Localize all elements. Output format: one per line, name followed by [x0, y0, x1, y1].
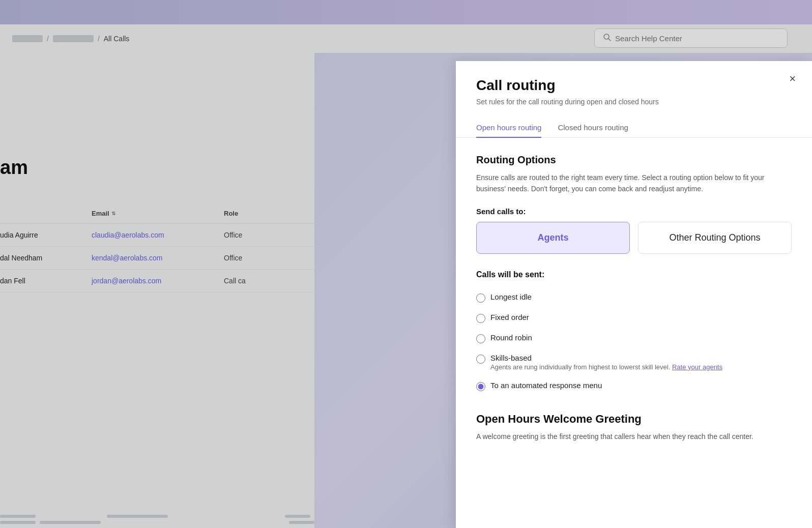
- modal-header: × Call routing Set rules for the call ro…: [456, 61, 812, 106]
- routing-options-desc: Ensure calls are routed to the right tea…: [476, 172, 792, 195]
- modal-title: Call routing: [476, 77, 792, 94]
- route-btn-agents[interactable]: Agents: [476, 222, 630, 254]
- radio-item-skills-based: Skills-based Agents are rung individuall…: [476, 348, 792, 376]
- radio-item-longest-idle: Longest idle: [476, 287, 792, 308]
- route-buttons: Agents Other Routing Options: [476, 222, 792, 254]
- tabs-row: Open hours routing Closed hours routing: [456, 118, 812, 138]
- modal-close-button[interactable]: ×: [789, 73, 796, 84]
- routing-options-section: Routing Options Ensure calls are routed …: [476, 154, 792, 254]
- radio-item-fixed-order: Fixed order: [476, 308, 792, 328]
- greeting-desc: A welcome greeting is the first greeting…: [476, 431, 792, 442]
- radio-skills-based[interactable]: [476, 355, 485, 364]
- radio-label-fixed-order: Fixed order: [490, 313, 529, 321]
- radio-label-longest-idle: Longest idle: [490, 292, 532, 301]
- radio-longest-idle[interactable]: [476, 294, 485, 303]
- calls-sent-title: Calls will be sent:: [476, 270, 792, 279]
- radio-group: Longest idle Fixed order Round robin: [476, 287, 792, 396]
- modal-subtitle: Set rules for the call routing during op…: [476, 98, 792, 106]
- radio-label-skills-based: Skills-based: [490, 354, 722, 362]
- radio-label-automated-menu: To an automated response menu: [490, 381, 602, 390]
- radio-automated-menu[interactable]: [476, 382, 485, 391]
- route-btn-other[interactable]: Other Routing Options: [638, 222, 792, 254]
- greeting-section: Open Hours Welcome Greeting A welcome gr…: [476, 413, 792, 442]
- radio-fixed-order[interactable]: [476, 314, 485, 323]
- tab-closed-hours[interactable]: Closed hours routing: [558, 118, 628, 138]
- tab-open-hours[interactable]: Open hours routing: [476, 118, 541, 138]
- rate-agents-link[interactable]: Rate your agents: [672, 363, 722, 371]
- greeting-title: Open Hours Welcome Greeting: [476, 413, 792, 426]
- routing-options-title: Routing Options: [476, 154, 792, 166]
- radio-label-round-robin: Round robin: [490, 333, 532, 342]
- calls-sent-section: Calls will be sent: Longest idle Fixed o…: [476, 270, 792, 396]
- send-calls-label: Send calls to:: [476, 207, 792, 216]
- radio-sublabel-skills-based: Agents are rung individually from highes…: [490, 363, 722, 371]
- radio-item-round-robin: Round robin: [476, 328, 792, 348]
- modal-body: Routing Options Ensure calls are routed …: [456, 138, 812, 458]
- radio-item-automated-menu: To an automated response menu: [476, 376, 792, 396]
- radio-round-robin[interactable]: [476, 334, 485, 343]
- modal-panel: × Call routing Set rules for the call ro…: [456, 61, 812, 528]
